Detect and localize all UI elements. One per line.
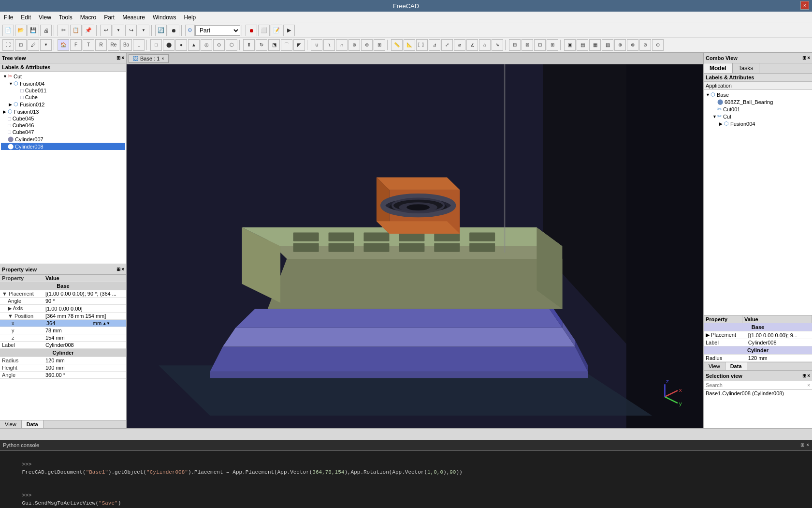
menu-measure[interactable]: Measure [118, 13, 149, 22]
tb-measure1[interactable]: 📏 [391, 39, 403, 51]
tb-macro2[interactable]: 📝 [271, 25, 282, 36]
combo-tab-data[interactable]: Data [725, 362, 747, 370]
tb-measure4[interactable]: ⊿ [429, 39, 440, 51]
tb-save[interactable]: 💾 [28, 25, 39, 36]
tb-measure6[interactable]: ⌀ [454, 39, 465, 51]
tb-snap3[interactable]: ⊡ [534, 39, 546, 51]
sel-close-icon[interactable]: × [807, 373, 810, 378]
combo-prop-val-label[interactable]: Cylinder008 [746, 339, 812, 346]
tree-sync-icon[interactable]: ⊞ [116, 55, 120, 60]
tb-fit-all[interactable]: ⛶ [2, 39, 14, 51]
tb-bool-xor[interactable]: ⊕ [361, 39, 373, 51]
tb-mirror[interactable]: ⬔ [268, 39, 280, 51]
tb-torus[interactable]: ◎ [201, 39, 212, 51]
combo-tab-model[interactable]: Model [704, 63, 733, 73]
tb-view-home[interactable]: 🏠 [58, 39, 69, 51]
tb-view-top[interactable]: T [83, 39, 94, 51]
prop-input-x[interactable] [45, 320, 93, 326]
tb-bool-int[interactable]: ∩ [336, 39, 348, 51]
tb-undo[interactable]: ↩ [100, 25, 112, 36]
console-icon1[interactable]: ⊞ [800, 442, 804, 448]
tb-extra8[interactable]: ⊙ [652, 39, 664, 51]
tb-extra5[interactable]: ⊕ [614, 39, 626, 51]
tree-item-cube011[interactable]: □ Cube011 [1, 87, 125, 94]
console-icon2[interactable]: × [806, 442, 809, 448]
combo-prop-val-radius[interactable]: 120 mm [746, 355, 812, 362]
tb-snap4[interactable]: ⊞ [547, 39, 558, 51]
workbench-selector[interactable]: Part Part Design Sketcher [195, 25, 240, 36]
menu-macro[interactable]: Macro [76, 13, 100, 22]
prop-val-radius[interactable]: 120 mm [44, 357, 126, 364]
tb-cut[interactable]: ✂ [58, 25, 69, 36]
tb-tube[interactable]: ⊙ [213, 39, 225, 51]
tb-extra4[interactable]: ▨ [602, 39, 613, 51]
tb-copy[interactable]: 📋 [70, 25, 82, 36]
prop-stepper-dn[interactable]: ▼ [106, 321, 110, 326]
prop-val-y[interactable]: 78 mm [44, 327, 126, 334]
tb-extra3[interactable]: ▦ [589, 39, 601, 51]
tb-measure2[interactable]: 📐 [404, 39, 415, 51]
tree-toggle-cut[interactable]: ▼ [3, 74, 8, 79]
prop-val-label[interactable]: Cylinder008 [44, 342, 126, 349]
tb-measure5[interactable]: ⤢ [441, 39, 453, 51]
menu-windows[interactable]: Windows [149, 13, 180, 22]
tb-run[interactable]: ▶ [283, 25, 295, 36]
tb-measure7[interactable]: ∡ [466, 39, 478, 51]
tb-draw-style[interactable]: 🖊 [28, 39, 39, 51]
tree-item-fusion004[interactable]: ▼ ⬡ Fusion004 [1, 80, 125, 87]
menu-edit[interactable]: Edit [17, 13, 35, 22]
tree-item-cube[interactable]: □ Cube [1, 94, 125, 101]
tb-view-right[interactable]: R [95, 39, 107, 51]
viewport-3d[interactable]: x y z [127, 64, 703, 428]
tb-refresh[interactable]: 🔄 [155, 25, 167, 36]
tb-connect[interactable]: ⊞ [374, 39, 385, 51]
prop-val-height[interactable]: 100 mm [44, 364, 126, 372]
tb-extra2[interactable]: ▤ [577, 39, 588, 51]
tb-fit-sel[interactable]: ⊡ [15, 39, 27, 51]
tree-item-cylinder007[interactable]: ⬤ Cylinder007 [1, 135, 125, 143]
tb-measure3[interactable]: 〖〗 [416, 39, 428, 51]
combo-tree-item-cut[interactable]: ▼ ✂ Cut [705, 113, 811, 120]
prop-val-placement[interactable]: [(1.00 0.00 0.00); 90 °; (364 ... [44, 290, 126, 298]
menu-help[interactable]: Help [180, 13, 200, 22]
tb-paste[interactable]: 📌 [83, 25, 94, 36]
tb-extrude[interactable]: ⬆ [243, 39, 255, 51]
combo-close-icon[interactable]: × [807, 55, 810, 60]
tb-snap2[interactable]: ⊠ [522, 39, 533, 51]
menu-part[interactable]: Part [100, 13, 118, 22]
tree-item-cube046[interactable]: □ Cube046 [1, 122, 125, 129]
tree-item-cube047[interactable]: □ Cube047 [1, 129, 125, 135]
tree-item-cut[interactable]: ▼ ✂ Cut [1, 73, 125, 80]
viewport-tab-close[interactable]: × [161, 56, 164, 61]
combo-toggle-fusion004c[interactable]: ▶ [719, 121, 724, 126]
python-console-content[interactable]: >>> FreeCAD.getDocument("Base1").getObje… [0, 450, 812, 508]
tb-undo-drop[interactable]: ▼ [113, 25, 124, 36]
tb-macro[interactable]: ⏺ [168, 25, 179, 36]
tree-item-cube045[interactable]: □ Cube045 [1, 115, 125, 122]
tb-revolve[interactable]: ↻ [256, 39, 267, 51]
prop-sync-icon[interactable]: ⊞ [116, 267, 120, 272]
combo-toggle-cut[interactable]: ▼ [712, 114, 717, 119]
tb-record[interactable]: ⏺ [246, 25, 257, 36]
tb-extra7[interactable]: ⊘ [639, 39, 651, 51]
tb-cone[interactable]: ▲ [188, 39, 200, 51]
combo-tab-tasks[interactable]: Tasks [733, 63, 760, 73]
tb-view-bottom[interactable]: Bo [120, 39, 132, 51]
tree-item-fusion013[interactable]: ▶ ⬡ Fusion013 [1, 108, 125, 115]
tb-box[interactable]: □ [150, 39, 162, 51]
tb-prim[interactable]: ⬡ [226, 39, 237, 51]
tree-close-icon[interactable]: × [121, 55, 124, 60]
tb-redo[interactable]: ↪ [125, 25, 137, 36]
tree-toggle-fusion013[interactable]: ▶ [3, 109, 8, 114]
tab-view[interactable]: View [0, 420, 22, 428]
selection-search-input[interactable] [706, 382, 807, 388]
tb-new[interactable]: 📄 [2, 25, 14, 36]
tb-snap1[interactable]: ⊟ [509, 39, 521, 51]
tb-open[interactable]: 📂 [15, 25, 27, 36]
combo-toggle-base[interactable]: ▼ [706, 92, 710, 97]
tb-bool-cut[interactable]: ∖ [323, 39, 335, 51]
combo-tree-item-cut001[interactable]: ✂ Cut001 [705, 105, 811, 113]
prop-val-axis[interactable]: [1.00 0.00 0.00] [44, 305, 126, 313]
menu-view[interactable]: View [35, 13, 55, 22]
tb-stop[interactable]: ⬜ [258, 25, 270, 36]
